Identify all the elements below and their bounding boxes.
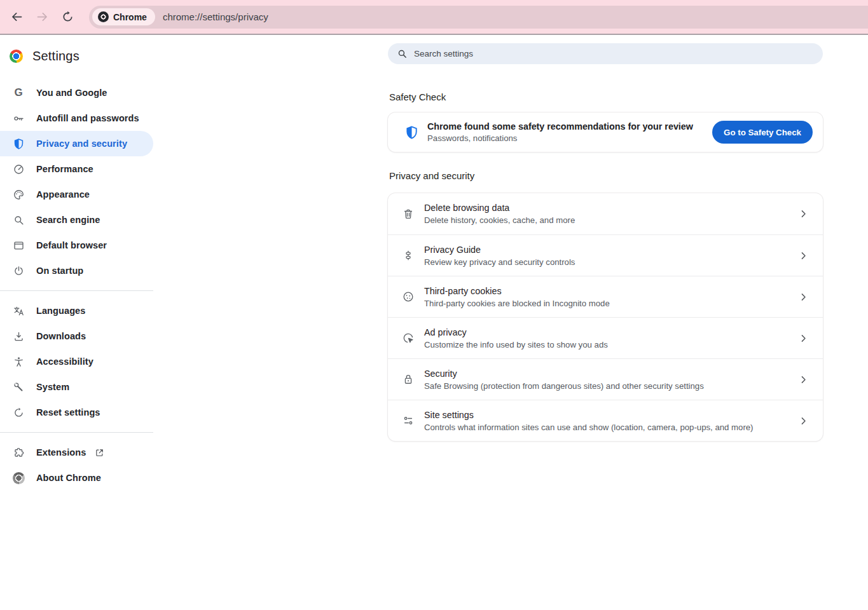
search-icon — [11, 214, 26, 226]
settings-row-ad-privacy[interactable]: Ad privacy Customize the info used by si… — [388, 317, 823, 358]
sidebar-item-label: Search engine — [36, 215, 100, 225]
sidebar-item-label: Autofill and passwords — [36, 113, 139, 123]
sidebar-item-label: Default browser — [36, 240, 107, 250]
puzzle-icon — [11, 447, 26, 459]
power-icon — [11, 265, 26, 277]
site-chip-label: Chrome — [113, 12, 147, 22]
settings-row-subtitle: Safe Browsing (protection from dangerous… — [424, 381, 704, 391]
ads-click-icon — [401, 332, 416, 344]
external-link-icon — [95, 448, 104, 458]
sidebar-item-label: Downloads — [36, 331, 86, 341]
sidebar-item-search-engine[interactable]: Search engine — [0, 207, 153, 233]
safety-shield-icon — [404, 125, 419, 140]
cookie-icon — [401, 290, 416, 303]
sidebar-item-label: On startup — [36, 266, 83, 276]
go-to-safety-check-button[interactable]: Go to Safety Check — [712, 121, 813, 144]
sidebar-item-default-browser[interactable]: Default browser — [0, 233, 153, 258]
settings-row-title: Privacy Guide — [424, 245, 575, 255]
trash-icon — [401, 208, 416, 220]
sidebar-item-label: Performance — [36, 164, 93, 174]
safety-check-card: Chrome found some safety recommendations… — [388, 112, 823, 152]
sidebar-item-you-and-google[interactable]: G You and Google — [0, 80, 153, 105]
sidebar-item-label: Appearance — [36, 189, 90, 200]
address-bar[interactable]: Chrome chrome://settings/privacy — [89, 6, 868, 29]
settings-row-privacy-guide[interactable]: Privacy Guide Review key privacy and sec… — [388, 234, 823, 276]
sidebar-item-languages[interactable]: Languages — [0, 298, 153, 323]
translate-icon — [11, 305, 26, 317]
reload-button[interactable] — [55, 4, 80, 30]
sidebar-divider — [0, 290, 153, 291]
sidebar-item-reset-settings[interactable]: Reset settings — [0, 400, 153, 425]
chrome-logo-icon — [98, 11, 109, 22]
safety-check-text: Chrome found some safety recommendations… — [427, 121, 693, 143]
download-icon — [11, 330, 26, 342]
sidebar-item-autofill-and-passwords[interactable]: Autofill and passwords — [0, 105, 153, 131]
chevron-right-icon — [798, 333, 809, 344]
settings-row-security[interactable]: Security Safe Browsing (protection from … — [388, 358, 823, 400]
speedometer-icon — [11, 163, 26, 175]
settings-sidebar: Settings G You and Google Autofill and p… — [0, 35, 153, 609]
settings-row-subtitle: Customize the info used by sites to show… — [424, 340, 608, 349]
sidebar-item-label: Languages — [36, 306, 85, 316]
sidebar-item-accessibility[interactable]: Accessibility — [0, 349, 153, 374]
privacy-section-heading: Privacy and security — [389, 170, 822, 181]
settings-row-subtitle: Delete history, cookies, cache, and more — [424, 215, 575, 225]
chevron-right-icon — [798, 250, 809, 261]
settings-row-subtitle: Third-party cookies are blocked in Incog… — [424, 299, 610, 308]
back-button[interactable] — [4, 4, 29, 30]
browser-window-icon — [11, 240, 26, 252]
settings-row-title: Third-party cookies — [424, 286, 610, 296]
reset-icon — [11, 407, 26, 419]
back-arrow-icon — [10, 10, 24, 24]
sidebar-item-downloads[interactable]: Downloads — [0, 323, 153, 349]
sidebar-item-performance[interactable]: Performance — [0, 156, 153, 182]
chrome-site-chip[interactable]: Chrome — [92, 8, 155, 25]
sidebar-divider — [0, 432, 153, 433]
search-settings-input[interactable] — [388, 43, 823, 64]
page-title: Settings — [32, 49, 79, 64]
sidebar-item-label: You and Google — [36, 88, 107, 98]
settings-row-title: Site settings — [424, 410, 754, 420]
sidebar-item-label: Privacy and security — [36, 139, 127, 149]
privacy-guide-icon — [401, 249, 416, 262]
settings-row-title: Ad privacy — [424, 327, 608, 337]
settings-row-third-party-cookies[interactable]: Third-party cookies Third-party cookies … — [388, 276, 823, 317]
chrome-icon — [11, 472, 26, 484]
settings-row-site-settings[interactable]: Site settings Controls what information … — [388, 400, 823, 441]
key-icon — [11, 112, 26, 125]
sidebar-item-label: Reset settings — [36, 407, 100, 417]
chevron-right-icon — [798, 292, 809, 302]
settings-row-subtitle: Review key privacy and security controls — [424, 257, 575, 267]
settings-row-title: Delete browsing data — [424, 203, 575, 213]
sidebar-item-on-startup[interactable]: On startup — [0, 258, 153, 283]
safety-check-title: Chrome found some safety recommendations… — [427, 121, 693, 132]
settings-row-subtitle: Controls what information sites can use … — [424, 423, 754, 432]
lock-icon — [401, 373, 416, 386]
forward-arrow-icon — [36, 10, 49, 24]
safety-check-heading: Safety Check — [389, 92, 822, 102]
sidebar-nav-footer: Extensions About Chrome — [0, 440, 153, 491]
palette-icon — [11, 189, 26, 201]
browser-toolbar: Chrome chrome://settings/privacy — [0, 0, 868, 35]
sidebar-item-label: About Chrome — [36, 473, 101, 483]
accessibility-icon — [11, 356, 26, 368]
sidebar-item-about-chrome[interactable]: About Chrome — [0, 465, 153, 491]
site-settings-icon — [401, 414, 416, 427]
sidebar-nav-primary: G You and Google Autofill and passwords … — [0, 80, 153, 283]
chevron-right-icon — [798, 374, 809, 385]
sidebar-item-appearance[interactable]: Appearance — [0, 182, 153, 207]
sidebar-item-label: Extensions — [36, 447, 86, 458]
settings-row-title: Security — [424, 369, 704, 379]
url-text: chrome://settings/privacy — [163, 11, 268, 22]
sidebar-item-label: Accessibility — [36, 356, 93, 367]
google-g-icon: G — [11, 86, 26, 99]
forward-button[interactable] — [29, 4, 55, 30]
settings-main: Safety Check Chrome found some safety re… — [388, 35, 823, 609]
sidebar-item-label: System — [36, 382, 69, 392]
sidebar-header: Settings — [0, 43, 153, 70]
settings-row-delete-browsing-data[interactable]: Delete browsing data Delete history, coo… — [388, 193, 823, 234]
chevron-right-icon — [798, 416, 809, 426]
sidebar-item-system[interactable]: System — [0, 374, 153, 400]
sidebar-item-privacy-and-security[interactable]: Privacy and security — [0, 131, 153, 156]
sidebar-item-extensions[interactable]: Extensions — [0, 440, 153, 465]
